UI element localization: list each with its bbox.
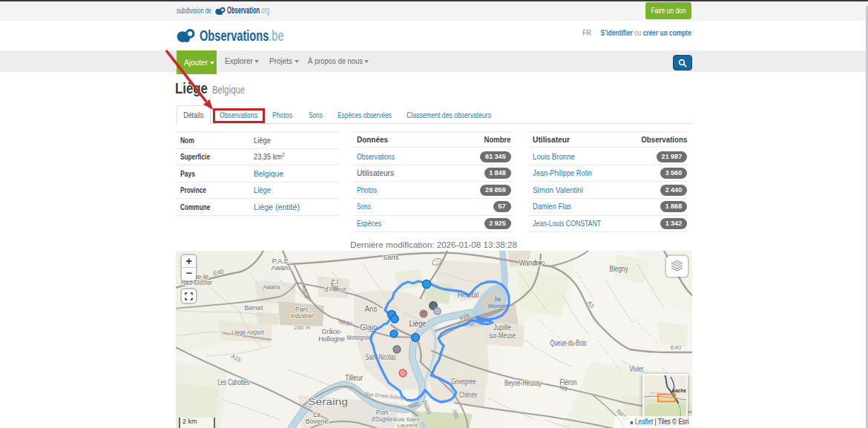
svg-text:d'Ougrée: d'Ougrée — [372, 415, 392, 423]
svg-text:Vivier: Vivier — [630, 365, 645, 373]
svg-text:Monsin: Monsin — [488, 303, 507, 309]
svg-text:Boverie: Boverie — [306, 418, 329, 425]
svg-text:Île: Île — [494, 296, 502, 303]
svg-text:E40: E40 — [534, 260, 545, 266]
svg-text:236 m: 236 m — [294, 324, 311, 331]
svg-text:Sarts: Sarts — [383, 254, 399, 261]
svg-text:Liege Airport: Liege Airport — [231, 329, 264, 336]
svg-text:Queue-du-Bois: Queue-du-Bois — [550, 339, 587, 347]
svg-text:Chênée: Chênée — [459, 391, 477, 399]
svg-text:Liège: Liège — [410, 320, 427, 328]
svg-text:Grivegnée: Grivegnée — [452, 378, 476, 386]
svg-text:Seraing: Seraing — [308, 397, 348, 407]
svg-text:Beyne-Heusay: Beyne-Heusay — [504, 379, 542, 387]
svg-text:Les Cahottes: Les Cahottes — [218, 378, 250, 386]
svg-text:Aachen: Aachen — [671, 388, 686, 393]
svg-text:Laurent: Laurent — [397, 422, 418, 428]
svg-text:Ans: Ans — [364, 305, 377, 313]
svg-text:Bierset: Bierset — [245, 304, 263, 312]
svg-text:Awans: Awans — [263, 283, 280, 291]
svg-text:sur-Meuse: sur-Meuse — [489, 332, 516, 340]
svg-text:Industriel: Industriel — [291, 312, 313, 320]
svg-text:Awans: Awans — [272, 264, 292, 271]
svg-text:Montegnée: Montegnée — [347, 334, 372, 341]
svg-text:E40: E40 — [671, 344, 682, 351]
svg-text:Tilleur: Tilleur — [345, 374, 364, 382]
svg-text:Jupille: Jupille — [493, 323, 511, 332]
svg-text:Saint-Nicolas: Saint-Nicolas — [366, 353, 396, 361]
svg-text:Hollogne: Hollogne — [318, 335, 345, 343]
svg-text:Blegny: Blegny — [610, 265, 628, 273]
svg-text:Grâce-: Grâce- — [321, 328, 342, 335]
